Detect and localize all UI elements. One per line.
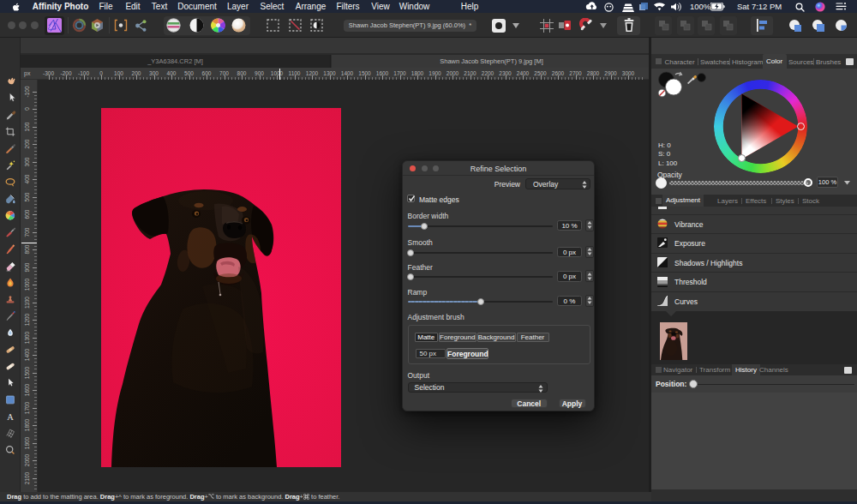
svg-text:A: A	[7, 412, 14, 422]
